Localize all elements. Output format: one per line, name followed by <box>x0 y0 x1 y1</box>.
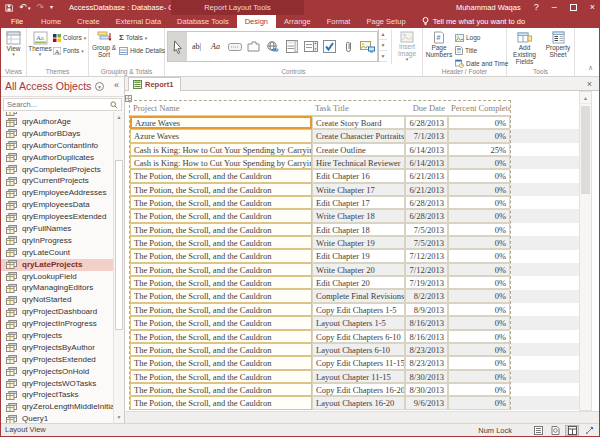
nav-item-Query1[interactable]: Query1 <box>1 413 113 423</box>
report-cell-pct[interactable]: 0% <box>448 196 510 209</box>
report-cell-project[interactable]: The Potion, the Scroll, and the Cauldron <box>130 289 312 302</box>
colors-button[interactable]: Colors▾ <box>53 32 87 43</box>
column-header-project[interactable]: Project Name <box>130 101 312 116</box>
report-cell-project[interactable]: The Potion, the Scroll, and the Cauldron <box>130 356 312 369</box>
nav-item-qryProjectsExtended[interactable]: qryProjectsExtended <box>1 354 113 366</box>
attachment-icon[interactable] <box>339 32 358 61</box>
report-cell-task[interactable]: Hire Technical Reviewer <box>312 156 405 169</box>
nav-item-qryEmployeesData[interactable]: qryEmployeesData <box>1 199 113 211</box>
tab-arrange[interactable]: Arrange <box>276 15 319 28</box>
report-cell-date[interactable]: 8/16/2013 <box>405 316 448 329</box>
totals-button[interactable]: Σ Totals▾ <box>119 32 163 43</box>
report-cell-project[interactable]: The Potion, the Scroll, and the Cauldron <box>130 169 312 182</box>
report-cell-task[interactable]: Edit Chapter 19 <box>312 249 405 262</box>
nav-item-qryZeroLengthMiddleInitial[interactable]: qryZeroLengthMiddleInitial <box>1 401 113 413</box>
nav-item-qryCurrentProjects[interactable]: qryCurrentProjects <box>1 175 113 187</box>
text-box-icon[interactable]: ab| <box>187 32 206 61</box>
report-cell-project[interactable]: Cash is King: How to Cut Your Spending b… <box>130 156 312 169</box>
report-cell-date[interactable]: 8/30/2013 <box>405 370 448 383</box>
nav-item-qryLookupField[interactable]: qryLookupField <box>1 271 113 283</box>
report-cell-date[interactable]: 6/21/2013 <box>405 169 448 182</box>
report-cell-project[interactable]: The Potion, the Scroll, and the Cauldron <box>130 249 312 262</box>
report-cell-task[interactable]: Layout Chapters 1-5 <box>312 316 405 329</box>
report-cell-task[interactable]: Copy Edit Chapters 11-15 <box>312 356 405 369</box>
report-cell-project[interactable]: The Potion, the Scroll, and the Cauldron <box>130 370 312 383</box>
nav-item-qryFullNames[interactable]: qryFullNames <box>1 223 113 235</box>
combo-box-icon[interactable] <box>301 32 320 61</box>
nav-item-qryManagingEditors[interactable]: qryManagingEditors <box>1 282 113 294</box>
report-cell-date[interactable]: 6/28/2013 <box>405 196 448 209</box>
button-icon[interactable] <box>225 32 244 61</box>
tell-me-box[interactable]: Tell me what you want to do <box>414 15 534 28</box>
close-button[interactable]: × <box>590 3 595 12</box>
report-cell-date[interactable]: 7/19/2013 <box>405 276 448 289</box>
report-cell-project[interactable]: The Potion, the Scroll, and the Cauldron <box>130 330 312 343</box>
nav-item-qryAuthorBDays[interactable]: qryAuthorBDays <box>1 128 113 140</box>
report-cell-date[interactable]: 9/6/2013 <box>405 396 448 409</box>
fonts-button[interactable]: A Fonts▾ <box>53 45 87 56</box>
report-cell-pct[interactable]: 0% <box>448 343 510 356</box>
nav-item-qryProjectTasks[interactable]: qryProjectTasks <box>1 389 113 401</box>
nav-scrollbar[interactable]: ▲ ▼ <box>113 112 124 423</box>
report-cell-pct[interactable]: 0% <box>448 223 510 236</box>
hyperlink-icon[interactable] <box>263 32 282 61</box>
report-cell-date[interactable]: 6/28/2013 <box>405 116 448 129</box>
report-cell-date[interactable]: 6/28/2013 <box>405 209 448 222</box>
themes-button[interactable]: Aa Themes ▾ <box>27 29 53 66</box>
report-cell-task[interactable]: Copy Edit Chapters 6-10 <box>312 330 405 343</box>
nav-item-qryAuthorDuplicates[interactable]: qryAuthorDuplicates <box>1 152 113 164</box>
report-cell-pct[interactable]: 0% <box>448 316 510 329</box>
report-cell-pct[interactable]: 0% <box>448 263 510 276</box>
add-existing-fields-button[interactable]: Add Existing Fields <box>508 29 541 66</box>
report-cell-date[interactable]: 8/2/2013 <box>405 289 448 302</box>
report-cell-pct[interactable]: 0% <box>448 303 510 316</box>
nav-item-qryAuthorAge[interactable]: qryAuthorAge <box>1 116 113 128</box>
report-cell-date[interactable]: 7/12/2013 <box>405 263 448 276</box>
nav-pane-menu-icon[interactable]: ▼ <box>95 82 104 91</box>
title-button[interactable]: Title <box>455 45 505 56</box>
user-name[interactable]: Muhammad Waqas <box>456 3 521 12</box>
report-cell-pct[interactable]: 25% <box>448 143 510 156</box>
report-cell-project[interactable]: The Potion, the Scroll, and the Cauldron <box>130 223 312 236</box>
design-view-icon[interactable] <box>582 425 596 436</box>
gallery-more-icon[interactable]: ▼ <box>379 51 387 62</box>
tab-format[interactable]: Format <box>319 15 359 28</box>
report-cell-project[interactable]: The Potion, the Scroll, and the Cauldron <box>130 303 312 316</box>
report-cell-task[interactable]: Edit Chapter 20 <box>312 276 405 289</box>
report-cell-task[interactable]: Edit Chapter 18 <box>312 223 405 236</box>
report-cell-pct[interactable]: 0% <box>448 183 510 196</box>
layout-view-icon[interactable] <box>565 425 579 436</box>
report-cell-task[interactable]: Create Character Portraits <box>312 129 405 142</box>
report-cell-date[interactable]: 8/9/2013 <box>405 303 448 316</box>
report-cell-project[interactable]: The Potion, the Scroll, and the Cauldron <box>130 383 312 396</box>
report-cell-pct[interactable]: 0% <box>448 129 510 142</box>
nav-item-qryProjectsOnHold[interactable]: qryProjectsOnHold <box>1 366 113 378</box>
collapse-ribbon-icon[interactable]: ∧ <box>588 64 593 72</box>
nav-item-qryEmployeeAddresses[interactable]: qryEmployeeAddresses <box>1 187 113 199</box>
report-cell-pct[interactable]: 0% <box>448 356 510 369</box>
report-cell-project[interactable]: The Potion, the Scroll, and the Cauldron <box>130 263 312 276</box>
report-cell-project[interactable]: The Potion, the Scroll, and the Cauldron <box>130 183 312 196</box>
report-cell-pct[interactable]: 0% <box>448 116 510 129</box>
report-cell-project[interactable]: The Potion, the Scroll, and the Cauldron <box>130 316 312 329</box>
report-cell-task[interactable]: Layout Chapters 16-20 <box>312 396 405 409</box>
property-sheet-button[interactable]: Property Sheet <box>543 29 573 66</box>
report-cell-date[interactable]: 6/14/2013 <box>405 143 448 156</box>
report-cell-task[interactable]: Create Story Board <box>312 116 405 129</box>
save-icon[interactable] <box>5 4 13 12</box>
report-cell-pct[interactable]: 0% <box>448 249 510 262</box>
report-cell-pct[interactable]: 0% <box>448 289 510 302</box>
nav-item-qryInProgress[interactable]: qryInProgress <box>1 235 113 247</box>
report-cell-task[interactable]: Complete Final Revisions <box>312 289 405 302</box>
report-cell-date[interactable]: 7/5/2013 <box>405 236 448 249</box>
page-numbers-button[interactable]: # Page Numbers <box>423 29 455 66</box>
report-cell-project[interactable]: The Potion, the Scroll, and the Cauldron <box>130 196 312 209</box>
column-header-pct[interactable]: Percent Complete <box>448 101 510 116</box>
report-scroll-thumb[interactable] <box>581 106 590 194</box>
report-cell-date[interactable]: 6/21/2013 <box>405 183 448 196</box>
document-tab-report1[interactable]: Report1 <box>128 77 181 91</box>
nav-scroll-up-icon[interactable]: ▲ <box>114 112 124 123</box>
report-cell-date[interactable]: 7/12/2013 <box>405 249 448 262</box>
report-cell-date[interactable]: 8/23/2013 <box>405 356 448 369</box>
report-cell-project[interactable]: Azure Waves <box>130 129 312 142</box>
